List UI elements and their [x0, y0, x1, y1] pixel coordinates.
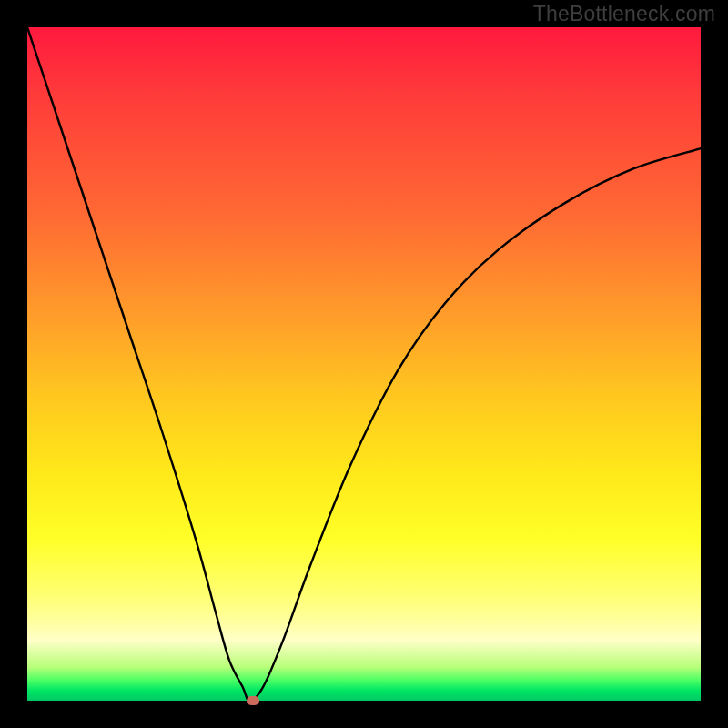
optimum-marker [247, 696, 259, 705]
bottleneck-curve [27, 27, 701, 701]
watermark-text: TheBottleneck.com [533, 2, 715, 26]
plot-area [27, 27, 701, 701]
curve-svg [27, 27, 701, 701]
chart-frame: TheBottleneck.com [0, 0, 728, 728]
